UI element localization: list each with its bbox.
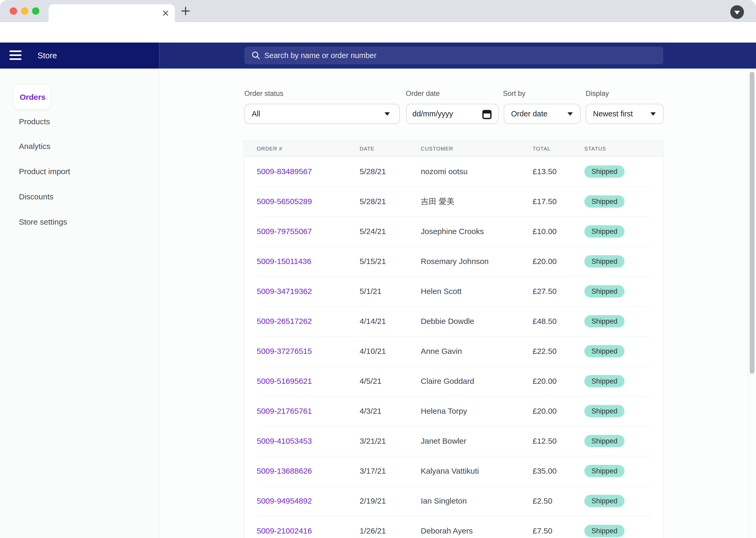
order-number-link[interactable]: 5009-34719362 <box>257 287 312 296</box>
sidebar-item-store-settings[interactable]: Store settings <box>19 217 67 227</box>
total-cell: £35.00 <box>533 466 557 475</box>
order-number-link[interactable]: 5009-21002416 <box>257 526 312 535</box>
order-date-placeholder: dd/mm/yyyy <box>412 104 453 124</box>
sidebar-item-product-import[interactable]: Product import <box>19 166 70 177</box>
table-row: 5009-949548922/19/21Ian Singleton£2.50Sh… <box>244 486 663 516</box>
total-cell: £2.50 <box>533 497 552 506</box>
traffic-light-zoom-button[interactable] <box>32 7 39 15</box>
app-title: Store <box>37 42 57 69</box>
order-status-value: All <box>252 104 260 124</box>
order-status-select[interactable]: All <box>244 104 400 124</box>
customer-cell: Kalyana Vattikuti <box>421 466 479 475</box>
column-header-date: DATE <box>359 141 375 157</box>
customer-cell: Deborah Ayers <box>421 526 473 535</box>
total-cell: £20.00 <box>533 407 557 415</box>
status-badge: Shipped <box>584 166 625 178</box>
order-number-link[interactable]: 5009-15011436 <box>257 257 311 266</box>
status-badge: Shipped <box>584 495 625 507</box>
order-date-cell: 5/1/21 <box>359 287 381 296</box>
customer-cell: Ian Singleton <box>421 497 467 506</box>
total-cell: £13.50 <box>533 167 557 176</box>
status-badge: Shipped <box>584 375 625 388</box>
order-date-cell: 3/17/21 <box>359 466 386 475</box>
order-number-link[interactable]: 5009-56505289 <box>257 197 312 206</box>
scrollbar-thumb[interactable] <box>750 72 754 374</box>
sort-by-select[interactable]: Order date <box>504 104 581 124</box>
customer-cell: Debbie Dowdle <box>421 317 474 326</box>
display-value: Newest first <box>593 104 633 124</box>
sidebar-item-orders[interactable]: Orders <box>13 84 51 110</box>
profile-chevron-button[interactable] <box>730 5 744 19</box>
table-row: 5009-372765154/10/21Anne Gavin£22.50Ship… <box>244 336 663 366</box>
order-number-link[interactable]: 5009-51695621 <box>257 377 312 386</box>
total-cell: £27.50 <box>533 287 557 296</box>
table-row: 5009-136886263/17/21Kalyana Vattikuti£35… <box>244 456 663 486</box>
customer-cell: Helen Scott <box>421 287 461 296</box>
order-number-link[interactable]: 5009-79755067 <box>257 227 312 236</box>
table-row: 5009-565052895/28/21吉田 愛美£17.50Shipped <box>244 187 663 216</box>
sort-by-label: Sort by <box>503 89 526 97</box>
order-date-cell: 5/15/21 <box>359 257 386 266</box>
sidebar-item-products[interactable]: Products <box>19 116 50 127</box>
total-cell: £48.50 <box>533 317 557 326</box>
sidebar-item-discounts[interactable]: Discounts <box>19 191 54 202</box>
order-number-link[interactable]: 5009-83489567 <box>257 167 312 176</box>
order-number-link[interactable]: 5009-26517262 <box>257 317 312 326</box>
order-date-input[interactable]: dd/mm/yyyy <box>406 104 498 124</box>
orders-table-header: ORDER # DATE CUSTOMER TOTAL STATUS <box>244 141 663 157</box>
column-header-status: STATUS <box>584 141 606 157</box>
status-badge: Shipped <box>584 405 625 417</box>
total-cell: £17.50 <box>533 197 557 206</box>
column-header-customer: CUSTOMER <box>421 141 453 157</box>
close-icon[interactable] <box>162 9 169 17</box>
total-cell: £20.00 <box>533 377 557 386</box>
order-date-cell: 5/28/21 <box>359 167 386 176</box>
new-tab-button[interactable] <box>180 6 191 16</box>
chevron-down-icon <box>568 112 573 116</box>
table-row: 5009-797550675/24/21Josephine Crooks£10.… <box>244 216 663 246</box>
traffic-light-close-button[interactable] <box>10 7 17 15</box>
table-row: 5009-516956214/5/21Claire Goddard£20.00S… <box>244 366 663 396</box>
total-cell: £7.50 <box>533 526 552 535</box>
hamburger-menu-icon[interactable] <box>10 50 22 61</box>
column-header-order: ORDER # <box>257 141 282 157</box>
order-date-cell: 4/10/21 <box>359 347 386 356</box>
global-search[interactable] <box>244 47 663 64</box>
sidebar-item-analytics[interactable]: Analytics <box>19 141 50 152</box>
order-number-link[interactable]: 5009-13688626 <box>257 466 312 475</box>
order-date-cell: 2/19/21 <box>359 497 386 506</box>
traffic-light-minimize-button[interactable] <box>21 7 28 15</box>
customer-cell: Helena Torpy <box>421 407 467 415</box>
customer-cell: Claire Goddard <box>421 377 474 386</box>
order-date-cell: 4/3/21 <box>359 407 381 415</box>
order-number-link[interactable]: 5009-37276515 <box>257 347 312 356</box>
status-badge: Shipped <box>584 465 625 477</box>
navbar-brand-section <box>0 42 159 69</box>
order-date-cell: 1/26/21 <box>359 526 386 535</box>
chevron-down-icon <box>650 112 656 116</box>
browser-tab-strip <box>0 0 756 22</box>
orders-table: ORDER # DATE CUSTOMER TOTAL STATUS 5009-… <box>244 140 663 538</box>
search-icon <box>251 51 261 60</box>
scrollbar-track[interactable] <box>748 69 756 538</box>
browser-window: Store Orders Products Analytics Product … <box>0 0 756 538</box>
calendar-icon[interactable] <box>482 109 492 119</box>
order-number-link[interactable]: 5009-41053453 <box>257 437 312 446</box>
chevron-down-icon <box>734 11 740 15</box>
order-number-link[interactable]: 5009-94954892 <box>257 497 312 506</box>
status-badge: Shipped <box>584 255 625 268</box>
sidebar-item-label: Orders <box>13 85 50 109</box>
order-number-link[interactable]: 5009-21765761 <box>257 407 312 415</box>
status-badge: Shipped <box>584 345 625 357</box>
browser-tab[interactable] <box>49 4 175 22</box>
table-row: 5009-410534533/21/21Janet Bowler£12.50Sh… <box>244 426 663 456</box>
display-select[interactable]: Newest first <box>586 104 664 124</box>
table-row: 5009-150114365/15/21Rosemary Johnson£20.… <box>244 246 663 276</box>
customer-cell: nozomi ootsu <box>421 167 467 176</box>
customer-cell: 吉田 愛美 <box>421 196 454 207</box>
status-badge: Shipped <box>584 435 625 447</box>
order-date-cell: 3/21/21 <box>359 437 386 446</box>
total-cell: £10.00 <box>533 227 557 236</box>
order-date-cell: 5/24/21 <box>359 227 386 236</box>
search-input[interactable] <box>264 47 653 64</box>
